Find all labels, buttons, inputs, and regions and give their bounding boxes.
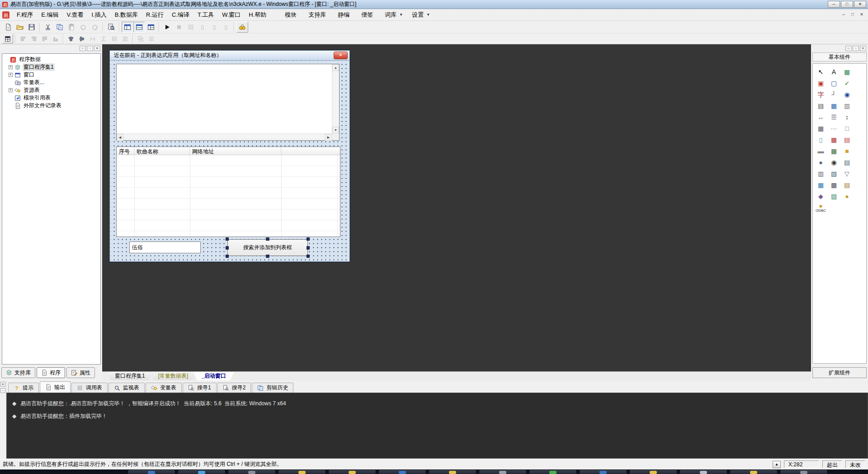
check-box-icon[interactable]: ✓ (840, 77, 854, 89)
insert-snippet-button[interactable] (197, 22, 208, 33)
menu-item[interactable]: E.编辑 (37, 9, 62, 21)
designer-form-window[interactable]: 近在眼前 - 正则表达式应用（取网址和名称） ✕ ▲ ▼ ◀ ▶ (109, 50, 350, 262)
designer-form-titlebar[interactable]: 近在眼前 - 正则表达式应用（取网址和名称） ✕ (110, 51, 349, 61)
menu-item[interactable]: I.插入 (88, 9, 111, 21)
selection-handle[interactable] (226, 246, 229, 249)
dock-tab[interactable]: 剪辑历史 (252, 383, 293, 393)
pointer-tool-icon[interactable]: ↖ (814, 66, 827, 77)
updown-spinner-icon[interactable]: ↕ (840, 111, 854, 123)
menu-item[interactable]: T.工具 (193, 9, 218, 21)
taskbar-app-button[interactable] (429, 469, 476, 474)
song-name-input[interactable] (129, 242, 201, 253)
selection-handle[interactable] (266, 237, 269, 241)
tree-item[interactable]: 程序数据 (2, 56, 100, 63)
designer-tab[interactable]: [常量数据表] (150, 372, 197, 380)
menu-extra-item[interactable]: 静编 (333, 9, 357, 21)
center-vertical-button[interactable] (76, 34, 87, 43)
song-list-view[interactable]: 序号 歌曲名称 网络地址 (116, 147, 340, 237)
dock-tab[interactable]: 搜寻2 (217, 383, 251, 393)
report-view-icon[interactable]: ▥ (814, 168, 827, 179)
dock-float-button[interactable]: ▫ (0, 388, 5, 393)
dash-line-icon[interactable]: ⋯ (827, 123, 840, 134)
line-component-icon[interactable]: ┘ (827, 89, 840, 100)
menu-extra-item[interactable]: 支持库 (304, 9, 333, 21)
save-button[interactable] (26, 22, 38, 33)
center-horizontal-button[interactable] (66, 34, 76, 43)
selection-handle[interactable] (307, 237, 310, 241)
left-panel-tab[interactable]: 属性 (66, 367, 95, 378)
minimize-button[interactable]: ─ (828, 1, 840, 8)
scroll-up-icon[interactable]: ▲ (332, 64, 339, 71)
designer-tab[interactable]: _启动窗口 (193, 372, 234, 380)
picture-box-icon[interactable]: ▦ (840, 66, 854, 77)
layout-left-pane-button[interactable] (122, 22, 133, 33)
data-grid-icon[interactable]: ▦ (814, 123, 827, 134)
radio-button-icon[interactable]: ◉ (840, 89, 854, 100)
list-view-icon[interactable]: ▤ (840, 156, 854, 168)
align-top-button[interactable] (39, 34, 50, 43)
taskbar-app-button[interactable] (228, 469, 276, 474)
dock-tab[interactable]: 输出 (40, 381, 71, 393)
tree-item[interactable]: 外部文件记录表 (2, 102, 100, 109)
scroll-right-icon[interactable]: ▶ (325, 134, 332, 141)
filter-funnel-icon[interactable]: ▽ (840, 168, 854, 179)
progress-bar-icon[interactable]: ▬ (814, 145, 827, 156)
menu-item[interactable]: B.数据库 (111, 9, 142, 21)
layout-bottom-pane-button[interactable] (133, 22, 145, 33)
taskbar-app-button[interactable] (328, 469, 376, 474)
taskbar-app-button[interactable] (730, 469, 778, 474)
menu-item[interactable]: H.帮助 (245, 9, 270, 21)
extended-components-bar[interactable]: 扩展组件 (812, 367, 867, 378)
tab-control-icon[interactable]: ▤ (840, 134, 854, 145)
insert-snippet2-button[interactable] (208, 22, 220, 33)
panel-close-button[interactable]: ✕ (860, 46, 866, 51)
taskbar-app-button[interactable] (178, 469, 226, 474)
menu-extra-item[interactable]: 词库 ▼ (380, 9, 407, 21)
left-panel-tab[interactable]: 程序 (37, 367, 65, 378)
scroll-left-icon[interactable]: ◀ (117, 134, 123, 141)
same-size-button[interactable] (135, 34, 146, 43)
taskbar-app-button[interactable] (127, 469, 175, 474)
taskbar-app-button[interactable] (579, 469, 627, 474)
label-component-icon[interactable]: A (827, 66, 840, 77)
size-to-grid-button[interactable] (146, 34, 157, 43)
panel-float-button[interactable]: ▫ (87, 46, 93, 51)
menu-extra-item[interactable]: 模块 (280, 9, 304, 21)
page-frame-icon[interactable]: ▯ (814, 134, 827, 145)
panel-float-button[interactable]: ▫ (853, 46, 859, 51)
tree-expander-icon[interactable]: + (9, 73, 13, 77)
layout-both-panes-button[interactable] (145, 22, 157, 33)
panel-minimize-button[interactable]: ─ (845, 46, 852, 51)
copy-button[interactable] (54, 22, 66, 33)
dock-close-button[interactable]: ✕ (0, 382, 5, 387)
timer-icon[interactable]: ● (814, 156, 827, 168)
dock-tab[interactable]: 提示 (8, 383, 39, 393)
undo-button[interactable] (89, 22, 101, 33)
close-button[interactable]: ✕ (854, 1, 866, 8)
menu-item[interactable]: R.运行 (142, 9, 168, 21)
insert-snippet3-button[interactable] (220, 22, 232, 33)
find-in-code-button[interactable] (105, 22, 117, 33)
stop-button[interactable] (173, 22, 185, 33)
child-minimize-button[interactable]: ─ (840, 11, 847, 18)
vertical-scrollbar[interactable]: ▲ ▼ (332, 64, 339, 133)
redo-button[interactable] (77, 22, 89, 33)
space-equal-v-button[interactable] (98, 34, 109, 43)
panel-close-button[interactable]: ✕ (94, 46, 100, 51)
column-header-url[interactable]: 网络地址 (190, 147, 281, 155)
output-console[interactable]: ◆ 易语言助手提醒您：.易语言助手加载完毕！ ，智能编译开启成功！ 当前易版本:… (6, 393, 868, 459)
tree-item[interactable]: 模块引用表 (2, 94, 100, 102)
dock-tab[interactable]: 变量表 (146, 383, 182, 393)
tree-item[interactable]: + 资源表 (2, 86, 100, 94)
scroll-down-icon[interactable]: ▼ (332, 127, 339, 133)
tree-item[interactable]: 常量表... (2, 79, 100, 86)
tree-expander-icon[interactable]: + (9, 88, 13, 92)
calendar-icon[interactable]: ▦ (827, 134, 840, 145)
tree-expander-icon[interactable]: + (9, 65, 13, 69)
designer-tab[interactable]: 窗口程序集1 (107, 372, 153, 380)
maximize-button[interactable]: □ (841, 1, 853, 8)
dock-tab[interactable]: 监视表 (108, 383, 145, 393)
same-width-button[interactable] (109, 34, 120, 43)
open-file-button[interactable] (14, 22, 26, 33)
column-header-song-name[interactable]: 歌曲名称 (134, 147, 190, 155)
